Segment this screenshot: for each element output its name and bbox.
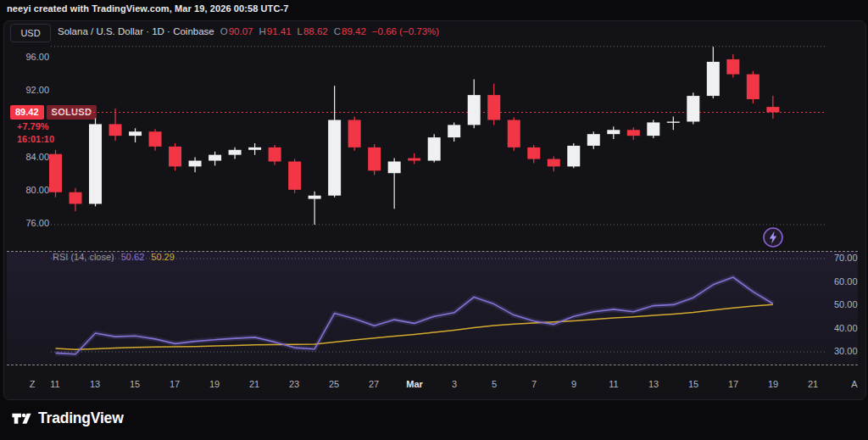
- time-axis-tick: 17: [160, 379, 189, 389]
- rsi-axis-label: 30.00: [834, 346, 868, 356]
- candle-body: [248, 148, 261, 150]
- time-axis[interactable]: Z111315171921232527Mar3579111315171921A: [0, 379, 868, 393]
- time-axis-tick: 15: [679, 379, 708, 389]
- candle-body: [408, 159, 420, 161]
- candle-body: [169, 147, 181, 167]
- time-axis-tick: 19: [200, 379, 229, 389]
- candle-body: [149, 131, 162, 147]
- candle-body: [707, 62, 720, 96]
- candle-body: [209, 155, 221, 161]
- rsi-ma-value: 50.29: [151, 252, 175, 262]
- candle-body: [348, 120, 361, 148]
- time-axis-tick: 9: [559, 379, 588, 389]
- candle-body: [567, 146, 580, 167]
- rsi-value: 50.62: [121, 252, 145, 262]
- rsi-axis-label: 50.00: [834, 299, 868, 309]
- candle-body: [607, 130, 620, 134]
- rsi-legend[interactable]: RSI (14, close) 50.62 50.29: [53, 252, 175, 262]
- candle-body: [428, 137, 441, 160]
- lightning-icon: [761, 226, 785, 249]
- time-axis-tick: 25: [320, 379, 348, 389]
- candle-body: [288, 162, 301, 190]
- attribution-text: neeyi created with TradingView.com, Mar …: [7, 3, 288, 14]
- time-axis-tick: 7: [520, 379, 548, 389]
- candle-body: [627, 130, 640, 136]
- candlestick-chart[interactable]: [0, 34, 868, 248]
- tradingview-wordmark: TradingView: [38, 409, 124, 427]
- time-axis-tick: 27: [359, 379, 388, 389]
- time-axis-tick: A: [840, 379, 868, 389]
- candle-body: [766, 107, 779, 112]
- candle-body: [747, 75, 760, 99]
- time-axis-tick: 13: [81, 379, 109, 389]
- time-axis-tick: 19: [759, 379, 787, 389]
- candle-body: [388, 162, 401, 174]
- time-axis-tick: 15: [120, 379, 149, 389]
- time-axis-tick: 13: [639, 379, 668, 389]
- rsi-axis-label: 40.00: [834, 323, 868, 333]
- candle-body: [687, 96, 699, 121]
- candle-body: [269, 148, 281, 162]
- boost-button[interactable]: [761, 226, 785, 249]
- candle-body: [726, 59, 739, 75]
- candle-body: [667, 121, 680, 122]
- candle-body: [328, 120, 341, 196]
- candle-body: [487, 95, 500, 120]
- candle-body: [587, 134, 600, 146]
- rsi-axis-label: 60.00: [834, 276, 868, 287]
- candle-body: [109, 124, 122, 136]
- tradingview-logo-icon: [10, 407, 33, 430]
- candle-body: [368, 148, 381, 170]
- candle-body: [229, 150, 242, 155]
- candle-body: [468, 95, 481, 125]
- candle-body: [448, 125, 460, 137]
- time-axis-tick: Mar: [400, 379, 429, 389]
- candle-body: [189, 161, 202, 167]
- candle-body: [527, 148, 540, 159]
- candle-body: [548, 159, 560, 167]
- candle-body: [89, 124, 102, 203]
- candle-body: [309, 196, 321, 199]
- time-axis-tick: 11: [41, 379, 70, 389]
- rsi-axis-label: 70.00: [834, 253, 868, 263]
- time-axis-tick: 17: [719, 379, 748, 389]
- rsi-title: RSI (14, close): [53, 252, 114, 262]
- candle-body: [49, 154, 62, 192]
- candle-body: [129, 131, 142, 136]
- rsi-axis[interactable]: 70.0060.0050.0040.0030.00: [831, 251, 868, 365]
- rsi-chart[interactable]: [0, 251, 868, 368]
- time-axis-tick: 21: [798, 379, 827, 389]
- tradingview-logo-link[interactable]: TradingView: [10, 407, 124, 430]
- time-axis-tick: 11: [599, 379, 628, 389]
- time-axis-tick: 3: [440, 379, 469, 389]
- candle-body: [70, 192, 82, 204]
- candle-body: [508, 120, 520, 148]
- time-axis-tick: 23: [280, 379, 309, 389]
- time-axis-tick: 21: [240, 379, 269, 389]
- candle-body: [647, 122, 659, 136]
- time-axis-tick: 5: [480, 379, 509, 389]
